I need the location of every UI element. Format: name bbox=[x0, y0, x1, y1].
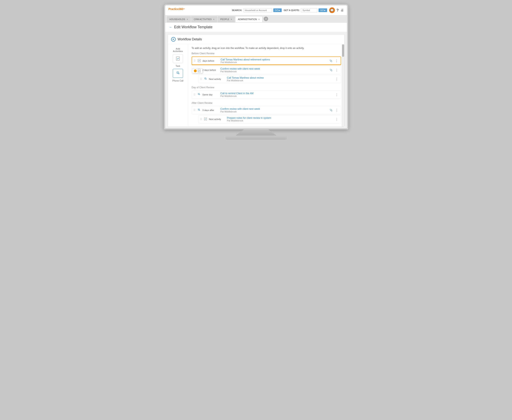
tab-administration[interactable]: ADMINISTRATION ✕ bbox=[235, 16, 262, 22]
instruction-text: To add an activity, drag an icon into th… bbox=[192, 47, 341, 50]
activity-title[interactable]: Call to remind Client in the AM bbox=[221, 92, 333, 95]
page-title-bar: ← Edit Workflow Template bbox=[165, 22, 347, 32]
activity-person: Pat Middlebrook bbox=[227, 79, 333, 82]
main-content: + Workflow Details AddActivities T bbox=[168, 34, 345, 127]
attachment-icon[interactable]: 📎 bbox=[330, 109, 333, 112]
row-content: Prepare notes for client review in syste… bbox=[227, 117, 333, 122]
header-icons: 💬 ? 🖨 bbox=[329, 7, 344, 13]
more-menu-button[interactable]: ⋮ bbox=[334, 77, 339, 81]
attachment-icon[interactable]: 📎 bbox=[330, 69, 333, 71]
group-before-review-label: Before Client Review bbox=[192, 52, 341, 55]
svg-rect-2 bbox=[198, 69, 200, 72]
phone-icon bbox=[197, 93, 201, 97]
phone-icon bbox=[197, 109, 201, 112]
activity-title[interactable]: Confirm review with client next week bbox=[221, 67, 328, 70]
app-logo: Practice360°° bbox=[169, 7, 185, 13]
tab-households[interactable]: HOUSEHOLDS ✕ bbox=[167, 16, 191, 22]
add-activities-label: AddActivities bbox=[173, 47, 183, 52]
section-add-button[interactable]: + bbox=[171, 37, 176, 42]
chat-icon[interactable]: 💬 bbox=[329, 7, 335, 13]
drag-handle[interactable]: ⠿ bbox=[193, 93, 195, 96]
tab-crm-close[interactable]: ✕ bbox=[213, 18, 215, 21]
drag-indicator bbox=[192, 65, 341, 65]
quote-input[interactable] bbox=[301, 8, 317, 12]
quote-section: GET A QUOTE: GO bbox=[284, 8, 327, 12]
activity-title[interactable]: Call Tomas Martinez about review bbox=[227, 76, 333, 79]
orange-circle bbox=[194, 69, 197, 72]
activity-title[interactable]: Confirm review with client next week bbox=[221, 107, 328, 110]
help-icon[interactable]: ? bbox=[337, 8, 339, 13]
back-button[interactable]: ← bbox=[169, 25, 173, 29]
more-menu-button[interactable]: ⋮ bbox=[334, 108, 339, 112]
print-icon[interactable]: 🖨 bbox=[341, 8, 344, 12]
timing-label: Next activity bbox=[209, 78, 225, 80]
quote-go-button[interactable]: GO bbox=[319, 8, 327, 12]
header-right: SEARCH: GO GET A QUOTE: GO 💬 ? 🖨 bbox=[232, 7, 343, 13]
search-go-button[interactable]: GO bbox=[273, 8, 282, 12]
table-row: ⠿ Same day Call to remind Client in the … bbox=[192, 90, 341, 99]
tab-people[interactable]: PEOPLE ✕ bbox=[218, 16, 235, 22]
phone-drag-icon[interactable] bbox=[173, 69, 183, 78]
search-section: SEARCH: GO bbox=[232, 8, 282, 12]
phone-label: Phone Call bbox=[172, 79, 183, 82]
more-menu-button[interactable]: ⋮ bbox=[334, 117, 339, 121]
timing-label: 3 days after bbox=[202, 109, 219, 111]
table-row: ⠿ 3 days after Confirm review with clien… bbox=[192, 106, 341, 114]
more-menu-button[interactable]: ⋮ bbox=[334, 59, 339, 63]
activities-sidebar: AddActivities Task bbox=[168, 44, 188, 127]
table-row: ⠿ 2 days before Confirm review with clie… bbox=[192, 66, 341, 74]
activity-title[interactable]: Prepare notes for client review in syste… bbox=[227, 117, 333, 119]
more-menu-button[interactable]: ⋮ bbox=[334, 68, 339, 72]
group-day-review-label: Day of Client Review bbox=[192, 86, 341, 89]
activity-person: Pat Middlebrook bbox=[221, 61, 328, 63]
timing-label: days before bbox=[203, 60, 219, 62]
task-drag-icon[interactable] bbox=[173, 54, 183, 63]
search-label: SEARCH: bbox=[232, 9, 242, 11]
tab-households-close[interactable]: ✕ bbox=[186, 18, 188, 21]
activity-person: Pat Middlebrook bbox=[221, 110, 328, 113]
tab-people-close[interactable]: ✕ bbox=[230, 18, 232, 21]
attachment-icon[interactable]: 📎 bbox=[329, 59, 333, 62]
group-after-review-label: After Client Review bbox=[192, 102, 341, 105]
activity-person: Pat Middlebrook bbox=[221, 95, 333, 97]
task-icon bbox=[197, 59, 201, 63]
table-row: ⠿ Next activity Call Tomas Martinez abou… bbox=[198, 75, 341, 83]
activity-person: Pat Middlebrook bbox=[221, 70, 328, 73]
row-content: Call to remind Client in the AM Pat Midd… bbox=[221, 92, 333, 97]
tab-add-button[interactable]: + bbox=[264, 17, 268, 21]
section-title: Workflow Details bbox=[178, 38, 202, 41]
drag-handle[interactable]: ⠿ bbox=[194, 59, 196, 62]
drag-handle[interactable]: ⠿ bbox=[193, 109, 195, 112]
activity-person: Pat Middlebrook bbox=[227, 119, 333, 122]
row-content: Call Tomas Martinez about retirement opt… bbox=[221, 58, 328, 63]
svg-rect-0 bbox=[176, 57, 179, 60]
phone-icon bbox=[204, 77, 207, 81]
drag-handle[interactable]: ⠿ bbox=[200, 118, 202, 121]
row-content: Confirm review with client next week Pat… bbox=[221, 67, 328, 73]
row-content: Call Tomas Martinez about review Pat Mid… bbox=[227, 76, 333, 82]
scrollbar-thumb[interactable] bbox=[342, 45, 344, 57]
drag-ghost bbox=[192, 68, 203, 73]
tabs-bar: HOUSEHOLDS ✕ CRM ACTIVITIES ✕ PEOPLE ✕ A… bbox=[165, 15, 347, 22]
timing-label: Next activity bbox=[209, 118, 225, 120]
tab-crm-activities[interactable]: CRM ACTIVITIES ✕ bbox=[191, 16, 217, 22]
monitor-stand-base bbox=[225, 135, 287, 140]
timing-label: Same day bbox=[202, 93, 219, 96]
activity-title[interactable]: Call Tomas Martinez about retirement opt… bbox=[221, 58, 328, 61]
workflow-area: To add an activity, drag an icon into th… bbox=[188, 44, 344, 127]
table-row: ⠿ days before Call Tomas Martinez about … bbox=[192, 57, 341, 65]
monitor-screen: Practice360°° SEARCH: GO GET A QUOTE: GO bbox=[164, 4, 348, 129]
svg-rect-4 bbox=[204, 118, 207, 120]
task-icon bbox=[204, 117, 207, 121]
monitor-stand-neck bbox=[236, 129, 277, 135]
svg-rect-1 bbox=[198, 59, 200, 62]
search-input[interactable] bbox=[243, 8, 272, 12]
scrollbar-track[interactable] bbox=[342, 44, 344, 127]
more-menu-button[interactable]: ⋮ bbox=[334, 93, 339, 97]
tab-admin-close[interactable]: ✕ bbox=[258, 18, 260, 21]
drag-handle[interactable]: ⠿ bbox=[200, 77, 202, 81]
page-title: Edit Workflow Template bbox=[174, 25, 213, 29]
task-label: Task bbox=[176, 65, 180, 67]
row-content: Confirm review with client next week Pat… bbox=[221, 107, 328, 113]
section-header: + Workflow Details bbox=[168, 35, 344, 44]
